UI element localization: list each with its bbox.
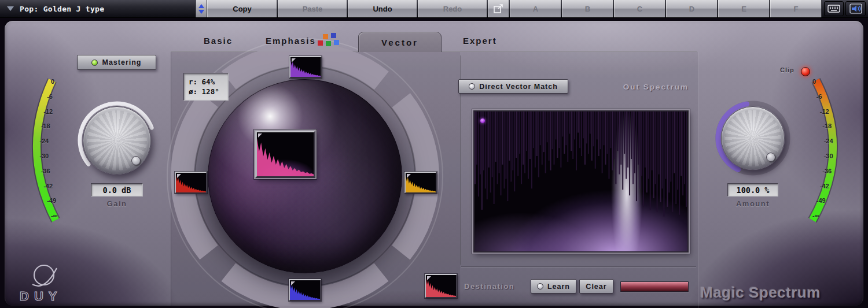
mastering-led xyxy=(91,60,98,66)
direct-vector-match-label: Direct Vector Match xyxy=(479,83,558,91)
meter-scale-label: -24 xyxy=(39,138,49,144)
slot-d-button[interactable]: D xyxy=(666,0,718,17)
meter-scale-label: -30 xyxy=(824,153,833,159)
spectrum-thumb-center[interactable] xyxy=(255,131,315,178)
titlebar: Pop: Golden J type Copy Paste Undo Redo … xyxy=(0,0,868,18)
spectrum-thumb-destination[interactable] xyxy=(425,274,457,298)
meter-scale-label: -49 xyxy=(47,197,56,204)
preset-stepper[interactable] xyxy=(196,0,207,17)
meter-scale-label: -42 xyxy=(820,183,829,190)
clip-label: Clip xyxy=(780,66,795,73)
preset-down-icon xyxy=(198,10,204,14)
meter-scale-label: -12 xyxy=(820,108,829,115)
vector-angle-readout: ø: 128° xyxy=(189,87,223,96)
product-name: Magic Spectrum xyxy=(700,284,856,302)
meter-scale-label: -∞ xyxy=(812,212,819,219)
spectrum-thumb-bottom[interactable] xyxy=(289,279,321,301)
clear-button[interactable]: Clear xyxy=(579,279,613,294)
thumb-marker-icon xyxy=(407,174,411,178)
keyboard-toggle-button[interactable] xyxy=(824,1,844,16)
keyboard-icon xyxy=(827,5,840,13)
amount-knob[interactable] xyxy=(721,106,785,170)
duy-logo: DUY xyxy=(16,260,80,305)
thumb-marker-icon xyxy=(177,174,181,178)
thumb-marker-icon xyxy=(292,58,296,62)
tab-expert[interactable]: Expert xyxy=(463,36,497,46)
slot-c-button[interactable]: C xyxy=(614,0,665,17)
meter-scale: 0-6-12-18-24-30-36-42-49-∞ xyxy=(799,77,851,226)
copy-button[interactable]: Copy xyxy=(207,0,277,17)
meter-scale-label: -18 xyxy=(41,123,50,129)
panel-divider-horizontal xyxy=(461,266,696,267)
slot-f-button[interactable]: F xyxy=(770,0,822,17)
direct-vector-match-button[interactable]: Direct Vector Match xyxy=(458,79,568,94)
clip-led xyxy=(801,67,810,76)
vector-radius-readout: r: 64% xyxy=(189,77,223,86)
mastering-toggle-button[interactable]: Mastering xyxy=(77,55,156,70)
learn-button[interactable]: Learn xyxy=(531,279,576,294)
meter-scale: 0-6-12-18-24-30-36-42-49-∞ xyxy=(22,77,74,226)
vector-readout: r: 64% ø: 128° xyxy=(183,73,229,101)
duy-logo-text: DUY xyxy=(20,289,62,303)
meter-scale-label: 0 xyxy=(812,78,816,85)
undo-button[interactable]: Undo xyxy=(348,0,417,17)
meter-scale-label: -12 xyxy=(43,108,53,115)
amount-knob-indicator xyxy=(766,153,775,162)
amount-label: Amount xyxy=(727,199,778,208)
spectrum-thumb-left[interactable] xyxy=(175,172,207,194)
spectrum-cursor-dot xyxy=(480,118,485,123)
emphasis-icon xyxy=(318,33,344,49)
learn-label: Learn xyxy=(547,283,570,291)
meter-scale-label: -∞ xyxy=(51,212,58,219)
mastering-label: Mastering xyxy=(102,58,141,66)
export-icon xyxy=(494,4,504,13)
meter-scale-label: -49 xyxy=(816,197,826,204)
tab-basic[interactable]: Basic xyxy=(204,36,233,46)
direct-vector-match-led xyxy=(469,83,475,90)
slot-b-button[interactable]: B xyxy=(562,0,613,17)
meter-scale-label: -6 xyxy=(47,93,53,100)
meter-scale-label: -36 xyxy=(41,168,50,175)
input-level-meter: 0-6-12-18-24-30-36-42-49-∞ xyxy=(22,77,74,226)
gain-label: Gain xyxy=(91,199,143,208)
destination-label: Destination xyxy=(464,282,514,291)
meter-scale-label: 0 xyxy=(51,78,54,85)
audio-monitor-button[interactable] xyxy=(845,1,866,16)
out-spectrum-bars xyxy=(475,112,687,251)
output-level-meter: 0-6-12-18-24-30-36-42-49-∞ xyxy=(799,77,851,226)
speaker-icon xyxy=(849,3,862,14)
meter-scale-label: -18 xyxy=(822,123,832,129)
tab-emphasis[interactable]: Emphasis xyxy=(266,36,316,46)
meter-scale-label: -42 xyxy=(43,183,53,190)
out-spectrum-title: Out Spectrum xyxy=(602,83,689,91)
store-preset-button[interactable] xyxy=(488,0,509,17)
meter-scale-label: -6 xyxy=(816,93,822,100)
meter-scale-label: -24 xyxy=(824,138,833,144)
preset-menu[interactable]: Pop: Golden J type xyxy=(0,0,196,17)
gain-value[interactable]: 0.0 dB xyxy=(91,183,143,196)
amount-value[interactable]: 100.0 % xyxy=(727,183,778,196)
gain-knob[interactable] xyxy=(83,106,151,175)
thumb-spectrum-graphic xyxy=(257,132,314,176)
thumb-marker-icon xyxy=(427,276,431,280)
slot-e-button[interactable]: E xyxy=(718,0,770,17)
redo-button[interactable]: Redo xyxy=(418,0,487,17)
tab-vector[interactable]: Vector xyxy=(358,32,442,52)
thumb-marker-icon xyxy=(291,281,295,285)
gain-knob-indicator xyxy=(131,156,141,165)
slot-a-button[interactable]: A xyxy=(510,0,561,17)
meter-scale-label: -30 xyxy=(39,153,49,159)
spectrum-thumb-right[interactable] xyxy=(404,172,437,194)
thumb-marker-icon xyxy=(258,133,262,138)
learn-led xyxy=(537,283,543,290)
preset-up-icon xyxy=(198,4,204,8)
spectrum-thumb-top[interactable] xyxy=(289,56,322,78)
preset-name: Pop: Golden J type xyxy=(20,5,104,13)
magic-spectrum-window: Pop: Golden J type Copy Paste Undo Redo … xyxy=(0,0,868,308)
out-spectrum-display xyxy=(473,110,689,253)
preset-dropdown-icon xyxy=(7,6,14,11)
paste-button[interactable]: Paste xyxy=(278,0,347,17)
meter-scale-label: -36 xyxy=(822,168,832,175)
destination-level-bar xyxy=(620,281,689,292)
